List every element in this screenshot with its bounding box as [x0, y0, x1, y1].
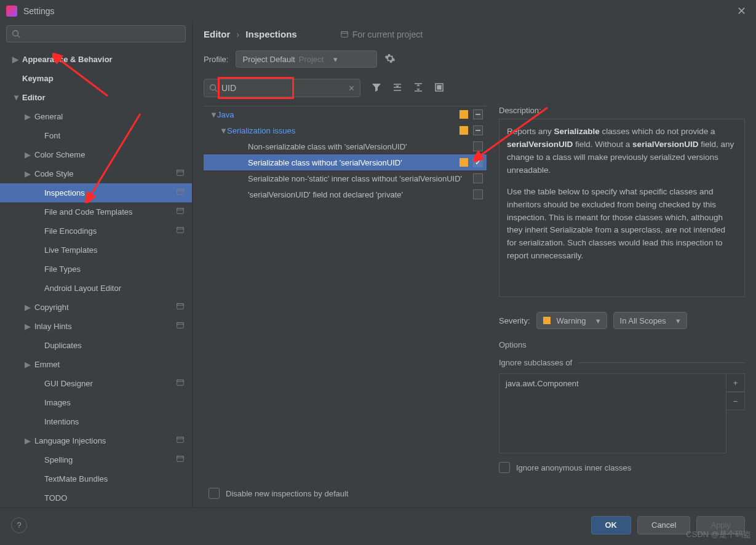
sidebar-item[interactable]: ▶Language Injections — [0, 431, 192, 450]
inspection-checkbox[interactable] — [473, 173, 483, 183]
inspection-label: Java — [217, 110, 234, 119]
severity-dropdown[interactable]: Warning ▾ — [536, 312, 607, 329]
expand-all-icon[interactable] — [392, 82, 402, 94]
project-scope-icon — [176, 207, 185, 217]
inspection-checkbox[interactable] — [473, 125, 483, 135]
chevron-icon: ▼ — [12, 93, 18, 102]
svg-point-0 — [13, 31, 18, 36]
sidebar-item-label: Android Layout Editor — [44, 284, 121, 293]
sidebar-item[interactable]: ▶Color Scheme — [0, 145, 192, 164]
search-icon — [209, 84, 218, 92]
warning-color-swatch — [543, 317, 551, 324]
sidebar-item[interactable]: ▶General — [0, 107, 192, 126]
inspection-row[interactable]: Non-serializable class with 'serialVersi… — [204, 138, 487, 154]
collapse-all-icon[interactable] — [413, 82, 423, 94]
options-label: Options — [499, 340, 745, 349]
ignore-list-buttons: + − — [726, 373, 745, 453]
inspection-row[interactable]: Serializable non-'static' inner class wi… — [204, 170, 487, 186]
svg-rect-21 — [341, 31, 348, 33]
settings-tree[interactable]: ▶Appearance & BehaviorKeymap▼Editor▶Gene… — [0, 49, 192, 507]
ignore-subclasses-list[interactable]: java.awt.Component — [499, 373, 726, 453]
help-button[interactable]: ? — [11, 517, 27, 533]
ignore-anonymous-checkbox[interactable] — [499, 462, 510, 473]
inspection-checkbox[interactable] — [473, 141, 483, 151]
close-icon[interactable]: ✕ — [733, 4, 750, 18]
filter-icon[interactable] — [372, 82, 381, 94]
scope-dropdown[interactable]: In All Scopes ▾ — [613, 312, 687, 329]
disable-new-inspections-checkbox[interactable] — [209, 488, 220, 499]
clear-icon[interactable]: ✕ — [348, 84, 355, 93]
svg-rect-19 — [177, 456, 184, 458]
sidebar-item[interactable]: Live Templates — [0, 241, 192, 260]
inspection-row[interactable]: ▼Serialization issues — [204, 122, 487, 138]
inspection-checkbox[interactable] — [473, 157, 483, 167]
inspection-search-input[interactable] — [221, 83, 348, 93]
inspection-row[interactable]: Serializable class without 'serialVersio… — [204, 154, 487, 170]
sidebar-item[interactable]: ▶Copyright — [0, 298, 192, 317]
sidebar-item[interactable]: ▶Emmet — [0, 355, 192, 374]
sidebar-item[interactable]: ▶Appearance & Behavior — [0, 50, 192, 69]
breadcrumb: Editor › Inspections For current project — [204, 29, 745, 39]
chevron-icon: ▶ — [25, 436, 31, 445]
list-item[interactable]: java.awt.Component — [506, 379, 720, 388]
apply-button[interactable]: Apply — [696, 516, 745, 535]
svg-rect-12 — [177, 323, 184, 328]
sidebar-item[interactable]: Duplicates — [0, 336, 192, 355]
description-text: Reports any Serializable classes which d… — [499, 119, 745, 297]
inspection-checkbox[interactable] — [473, 109, 483, 119]
cancel-button[interactable]: Cancel — [637, 516, 690, 535]
project-scope-icon — [176, 321, 185, 332]
breadcrumb-root[interactable]: Editor — [204, 29, 230, 39]
chevron-icon: ▶ — [25, 169, 31, 178]
sidebar-item[interactable]: File and Code Templates — [0, 202, 192, 221]
svg-rect-7 — [177, 209, 184, 210]
ok-button[interactable]: OK — [591, 516, 632, 535]
sidebar-item[interactable]: Images — [0, 393, 192, 412]
inspection-checkbox[interactable] — [473, 189, 483, 199]
description-label: Description: — [499, 106, 745, 115]
profile-dropdown[interactable]: Project Default Project ▾ — [236, 50, 377, 68]
reset-icon[interactable] — [434, 82, 444, 94]
sidebar-item[interactable]: Spelling — [0, 450, 192, 469]
description-panel: Description: Reports any Serializable cl… — [487, 106, 745, 483]
ignore-subclasses-box: java.awt.Component + − — [499, 373, 745, 453]
sidebar-item[interactable]: Android Layout Editor — [0, 279, 192, 298]
chevron-icon: ▶ — [25, 150, 31, 159]
breadcrumb-leaf: Inspections — [245, 29, 296, 39]
add-button[interactable]: + — [726, 373, 745, 392]
sidebar-item-label: File and Code Templates — [44, 207, 133, 217]
svg-rect-13 — [177, 323, 184, 325]
sidebar-item[interactable]: ▶Code Style — [0, 164, 192, 183]
sidebar-item[interactable]: ▼Editor — [0, 88, 192, 107]
description-p1: Reports any Serializable classes which d… — [507, 125, 737, 177]
sidebar-item[interactable]: GUI Designer — [0, 374, 192, 393]
sidebar-item[interactable]: Intentions — [0, 412, 192, 431]
inspection-row[interactable]: ▼Java — [204, 106, 487, 122]
sidebar-item-label: Images — [44, 398, 71, 407]
svg-rect-30 — [437, 86, 441, 89]
severity-swatch — [460, 158, 468, 167]
sidebar-item[interactable]: Keymap — [0, 69, 192, 88]
sidebar-item-label: Keymap — [22, 74, 54, 83]
sidebar-item-label: TODO — [44, 493, 67, 503]
sidebar-item[interactable]: Font — [0, 126, 192, 145]
svg-rect-11 — [177, 304, 184, 306]
sidebar-item-label: Language Injections — [34, 436, 106, 445]
inspection-toolbar: ✕ — [204, 79, 745, 97]
sidebar-item[interactable]: ▶Inlay Hints — [0, 317, 192, 336]
gear-icon[interactable] — [384, 53, 396, 66]
sidebar-search-input[interactable] — [24, 30, 180, 39]
svg-rect-2 — [177, 170, 184, 176]
inspection-tree[interactable]: ▼Java▼Serialization issuesNon-serializab… — [204, 106, 487, 483]
sidebar-item[interactable]: File Encodings — [0, 221, 192, 241]
inspection-label: Serializable non-'static' inner class wi… — [248, 174, 462, 183]
sidebar-search[interactable] — [6, 25, 186, 42]
sidebar-item[interactable]: TextMate Bundles — [0, 469, 192, 488]
inspection-row[interactable]: 'serialVersionUID' field not declared 'p… — [204, 186, 487, 202]
inspection-search[interactable]: ✕ — [204, 79, 360, 97]
remove-button[interactable]: − — [726, 392, 745, 410]
sidebar-item[interactable]: File Types — [0, 260, 192, 279]
sidebar-item[interactable]: TODO — [0, 488, 192, 507]
sidebar-item-label: GUI Designer — [44, 379, 93, 388]
sidebar-item[interactable]: Inspections — [0, 183, 192, 202]
